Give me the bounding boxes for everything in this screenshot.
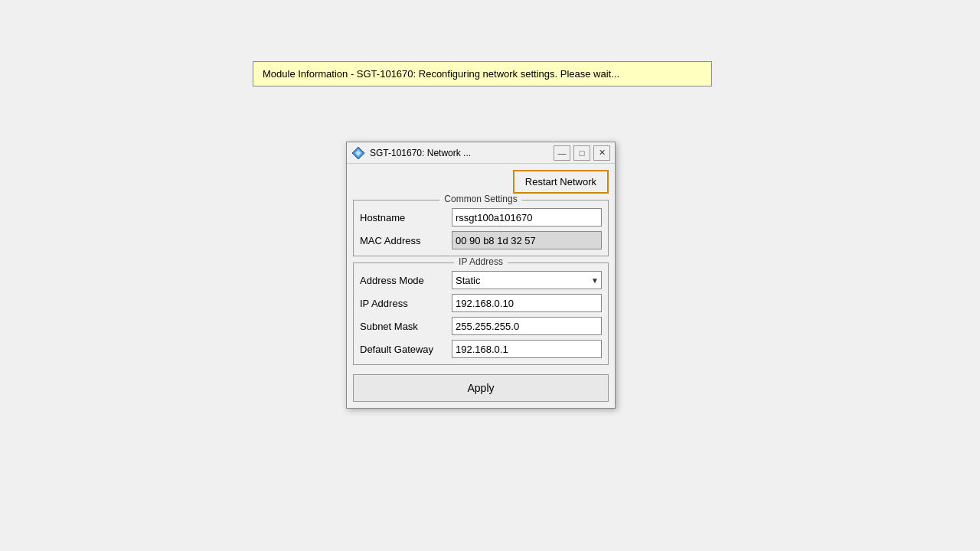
default-gateway-row: Default Gateway — [360, 340, 602, 358]
notification-text: Module Information - SGT-101670: Reconfi… — [263, 68, 619, 80]
ip-address-label: IP Address — [360, 298, 452, 309]
address-mode-label: Address Mode — [360, 275, 452, 286]
address-mode-row: Address Mode Static DHCP ▼ — [360, 271, 602, 289]
maximize-button[interactable]: □ — [573, 145, 590, 161]
address-mode-select[interactable]: Static DHCP — [452, 271, 602, 289]
title-bar: SGT-101670: Network ... — □ ✕ — [347, 142, 615, 164]
network-settings-dialog: SGT-101670: Network ... — □ ✕ Restart Ne… — [346, 142, 616, 409]
ip-address-row: IP Address — [360, 294, 602, 312]
ip-address-input[interactable] — [452, 294, 602, 312]
mac-address-row: MAC Address — [360, 231, 602, 249]
hostname-row: Hostname — [360, 208, 602, 227]
address-mode-wrapper: Static DHCP ▼ — [452, 271, 602, 289]
subnet-mask-input[interactable] — [452, 317, 602, 335]
app-icon — [351, 146, 365, 160]
common-settings-group: Common Settings Hostname MAC Address — [353, 200, 609, 256]
hostname-input[interactable] — [452, 208, 602, 227]
default-gateway-input[interactable] — [452, 340, 602, 358]
common-settings-legend: Common Settings — [439, 194, 521, 204]
apply-button[interactable]: Apply — [353, 374, 609, 402]
subnet-mask-row: Subnet Mask — [360, 317, 602, 335]
close-button[interactable]: ✕ — [593, 145, 610, 161]
title-bar-controls: — □ ✕ — [554, 145, 610, 161]
subnet-mask-label: Subnet Mask — [360, 321, 452, 332]
mac-address-input — [452, 231, 602, 249]
notification-bar: Module Information - SGT-101670: Reconfi… — [253, 61, 712, 86]
ip-address-legend: IP Address — [454, 256, 508, 267]
restart-network-button[interactable]: Restart Network — [513, 170, 609, 194]
ip-address-group: IP Address Address Mode Static DHCP ▼ IP… — [353, 262, 609, 365]
restart-btn-row: Restart Network — [353, 170, 609, 194]
mac-address-label: MAC Address — [360, 235, 452, 246]
dialog-content: Restart Network Common Settings Hostname… — [347, 164, 615, 408]
dialog-title: SGT-101670: Network ... — [370, 148, 554, 158]
hostname-label: Hostname — [360, 212, 452, 223]
default-gateway-label: Default Gateway — [360, 344, 452, 355]
minimize-button[interactable]: — — [554, 145, 570, 161]
